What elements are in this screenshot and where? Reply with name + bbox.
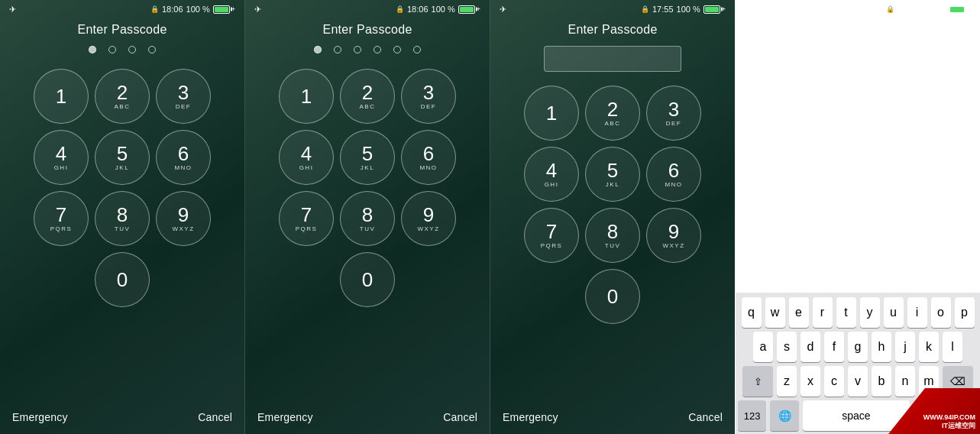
key-b[interactable]: b — [872, 366, 891, 397]
emergency-btn-1[interactable]: Emergency — [12, 411, 68, 423]
key-l[interactable]: l — [943, 332, 962, 362]
status-bar-4: ✈ 🔒 17:56 100 % + — [736, 0, 980, 17]
time-3: 17:55 — [652, 5, 674, 14]
key-o[interactable]: o — [931, 297, 951, 328]
num-key[interactable]: 123 — [738, 400, 766, 431]
key-3-1[interactable]: 1 — [524, 86, 579, 141]
key-3-5[interactable]: 5JKL — [585, 147, 640, 202]
passcode-title-3: Enter Passcode — [568, 23, 657, 37]
key-2-3[interactable]: 3DEF — [401, 69, 456, 124]
battery-1: + — [213, 5, 235, 14]
lock-icon-2: 🔒 — [396, 5, 404, 13]
key-d[interactable]: d — [800, 332, 820, 362]
key-p[interactable]: p — [955, 297, 975, 328]
key-f[interactable]: f — [824, 332, 844, 362]
key-u[interactable]: u — [884, 297, 904, 328]
dot-2-5 — [393, 46, 401, 53]
key-a[interactable]: a — [753, 332, 773, 362]
passcode-input-4[interactable] — [751, 95, 965, 121]
cancel-btn-2[interactable]: Cancel — [443, 411, 477, 423]
key-2-9[interactable]: 9WXYZ — [401, 191, 456, 246]
phone-content-3: Enter Passcode 1 2ABC 3DEF 4GHI 5JKL 6MN… — [490, 17, 735, 403]
emergency-top-button[interactable]: Emergency — [815, 24, 901, 50]
key-z[interactable]: z — [777, 366, 797, 397]
airplane-icon-1: ✈ — [9, 5, 16, 15]
key-1-5[interactable]: 5JKL — [95, 130, 150, 185]
key-s[interactable]: s — [777, 332, 797, 362]
key-1-empty2 — [156, 252, 211, 307]
status-right-2: 🔒 18:06 100 % + — [396, 5, 480, 14]
key-2-5[interactable]: 5JKL — [340, 130, 395, 185]
key-2-4[interactable]: 4GHI — [279, 130, 334, 185]
key-n[interactable]: n — [895, 366, 915, 397]
time-4: 17:56 — [898, 5, 919, 14]
key-h[interactable]: h — [872, 332, 891, 362]
status-left-4: ✈ — [745, 5, 752, 15]
key-1-3[interactable]: 3DEF — [156, 69, 211, 124]
shift-key[interactable]: ⇧ — [742, 366, 773, 397]
key-2-empty — [279, 252, 334, 307]
globe-key[interactable]: 🌐 — [770, 400, 798, 431]
dot-2-6 — [413, 46, 421, 53]
key-3-7[interactable]: 7PQRS — [524, 208, 579, 263]
key-2-empty2 — [401, 252, 456, 307]
key-1-0[interactable]: 0 — [95, 252, 150, 307]
emergency-btn-3[interactable]: Emergency — [503, 411, 558, 423]
status-bar-3: ✈ 🔒 17:55 100 % + — [490, 0, 735, 17]
key-1-7[interactable]: 7PQRS — [34, 191, 89, 246]
keyboard-row2: a s d f g h j k l — [738, 332, 978, 362]
key-t[interactable]: t — [836, 297, 856, 328]
key-1-6[interactable]: 6MNO — [156, 130, 211, 185]
key-1-4[interactable]: 4GHI — [34, 130, 89, 185]
dots-row-1 — [89, 46, 156, 53]
key-i[interactable]: i — [907, 297, 927, 328]
dot-2-1 — [314, 46, 322, 53]
key-3-9[interactable]: 9WXYZ — [646, 208, 701, 263]
key-3-6[interactable]: 6MNO — [646, 147, 701, 202]
key-2-2[interactable]: 2ABC — [340, 69, 395, 124]
key-g[interactable]: g — [848, 332, 868, 362]
key-1-1[interactable]: 1 — [34, 69, 89, 124]
battery-pct-4: 100 % — [922, 5, 946, 14]
key-c[interactable]: c — [824, 366, 844, 397]
cancel-btn-1[interactable]: Cancel — [198, 411, 232, 423]
emergency-btn-2[interactable]: Emergency — [257, 411, 313, 423]
key-y[interactable]: y — [860, 297, 880, 328]
key-2-1[interactable]: 1 — [279, 69, 334, 124]
key-e[interactable]: e — [789, 297, 809, 328]
key-2-8[interactable]: 8TUV — [340, 191, 395, 246]
key-1-2[interactable]: 2ABC — [95, 69, 150, 124]
numpad-3: 1 2ABC 3DEF 4GHI 5JKL 6MNO 7PQRS 8TUV 9W… — [524, 86, 701, 324]
key-1-9[interactable]: 9WXYZ — [156, 191, 211, 246]
key-x[interactable]: x — [800, 366, 820, 397]
key-j[interactable]: j — [895, 332, 915, 362]
dots-row-2 — [314, 46, 421, 53]
key-w[interactable]: w — [765, 297, 785, 328]
key-2-6[interactable]: 6MNO — [401, 130, 456, 185]
key-q[interactable]: q — [742, 297, 762, 328]
numpad-2: 1 2ABC 3DEF 4GHI 5JKL 6MNO 7PQRS 8TUV 9W… — [279, 69, 456, 307]
key-1-8[interactable]: 8TUV — [95, 191, 150, 246]
key-3-2[interactable]: 2ABC — [585, 86, 640, 141]
space-key[interactable]: space — [803, 400, 910, 431]
key-k[interactable]: k — [919, 332, 939, 362]
key-3-4[interactable]: 4GHI — [524, 147, 579, 202]
lock-icon-1: 🔒 — [150, 5, 159, 13]
dot-1-4 — [148, 46, 156, 53]
key-3-8[interactable]: 8TUV — [585, 208, 640, 263]
key-r[interactable]: r — [813, 297, 833, 328]
key-3-0[interactable]: 0 — [585, 269, 640, 324]
key-2-7[interactable]: 7PQRS — [279, 191, 334, 246]
key-v[interactable]: v — [848, 366, 868, 397]
status-bar-1: ✈ 🔒 18:06 100 % + — [0, 0, 244, 17]
airplane-icon-3: ✈ — [500, 5, 506, 15]
phone-panel-4: ✈ 🔒 17:56 100 % + Emergency Enter Passco… — [735, 0, 980, 434]
phone-panel-3: ✈ 🔒 17:55 100 % + Enter Passcode 1 2ABC … — [490, 0, 735, 434]
key-2-0[interactable]: 0 — [340, 252, 395, 307]
status-bar-2: ✈ 🔒 18:06 100 % + — [245, 0, 490, 17]
passcode-title-1: Enter Passcode — [77, 23, 167, 37]
passcode-text-input-3[interactable] — [544, 46, 681, 72]
lock-icon-4: 🔒 — [886, 5, 894, 13]
cancel-btn-3[interactable]: Cancel — [688, 411, 723, 423]
key-3-3[interactable]: 3DEF — [646, 86, 701, 141]
